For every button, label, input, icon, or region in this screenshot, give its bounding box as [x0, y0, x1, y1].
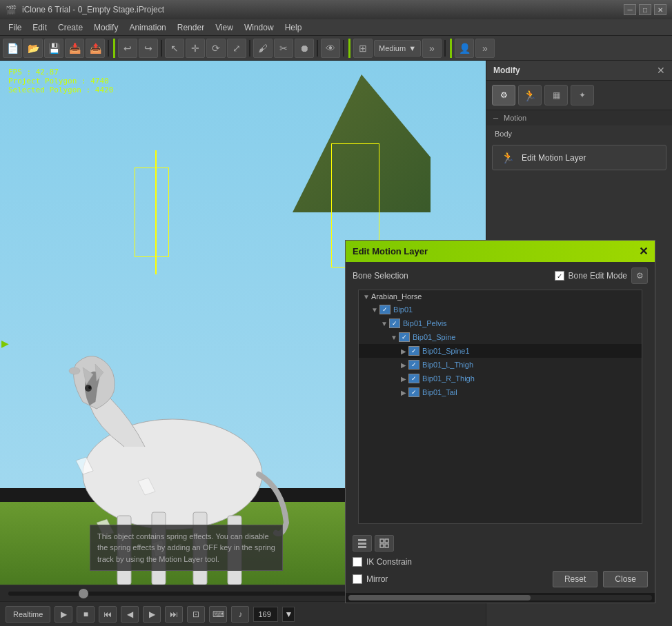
record-transport-button[interactable]: ⊡ — [187, 606, 205, 623]
close-btn[interactable]: ✕ — [654, 4, 666, 15]
bip01-tail-label[interactable]: Bip01_Tail — [422, 388, 457, 396]
tree-item-bip01-spine[interactable]: ▼ Bip01_Spine — [359, 330, 642, 344]
stop-button[interactable]: ■ — [77, 606, 95, 623]
menu-file[interactable]: File — [3, 19, 27, 36]
timeline-thumb[interactable] — [79, 589, 88, 598]
scrollbar-thumb[interactable] — [348, 595, 531, 600]
menu-modify[interactable]: Modify — [88, 19, 123, 36]
modify-close-btn[interactable]: ✕ — [657, 65, 665, 76]
eye-button[interactable]: 👁 — [321, 39, 340, 58]
more-button1[interactable]: » — [422, 39, 442, 58]
bip01-spine1-label[interactable]: Bip01_Spine1 — [422, 347, 470, 355]
svg-point-0 — [83, 419, 262, 529]
l-thigh-checkbox[interactable] — [408, 360, 419, 370]
redo-button[interactable]: ↪ — [139, 39, 158, 58]
keyframe-button[interactable]: ⌨ — [209, 606, 227, 623]
expand-arabian-horse-icon[interactable]: ▼ — [362, 293, 371, 301]
tree-item-bip01-pelvis[interactable]: ▼ Bip01_Pelvis — [359, 316, 642, 330]
dialog-scrollbar[interactable] — [346, 593, 655, 603]
menu-window[interactable]: Window — [239, 19, 279, 36]
menu-render[interactable]: Render — [172, 19, 210, 36]
bip01-pelvis-label[interactable]: Bip01_Pelvis — [403, 319, 447, 327]
frame-dropdown[interactable]: ▼ — [282, 607, 295, 622]
spine1-checkbox[interactable] — [408, 346, 419, 356]
layout-button[interactable]: ⊞ — [353, 39, 373, 58]
import-button[interactable]: 📥 — [65, 39, 84, 58]
expand-r-thigh-icon[interactable]: ▶ — [399, 375, 408, 383]
menu-animation[interactable]: Animation — [123, 19, 171, 36]
pelvis-checkbox[interactable] — [389, 319, 400, 328]
next-key-button[interactable]: ⏭ — [165, 606, 183, 623]
svg-rect-18 — [358, 546, 366, 548]
bip01-checkbox[interactable] — [379, 305, 391, 314]
new-button[interactable]: 📄 — [3, 39, 22, 58]
mirror-checkbox[interactable] — [353, 574, 362, 584]
prev-frame-button[interactable]: ◀ — [121, 606, 139, 623]
modify-tab-animation[interactable]: 🏃 — [518, 85, 542, 105]
export-button[interactable]: 📤 — [86, 39, 105, 58]
toolbar-sep3 — [249, 40, 250, 57]
bone-settings-btn[interactable]: ⚙ — [631, 267, 648, 284]
dialog-close-btn[interactable]: ✕ — [639, 245, 648, 258]
bip01-r-thigh-label[interactable]: Bip01_R_Thigh — [422, 374, 475, 383]
collapse-all-btn[interactable] — [353, 535, 372, 552]
collapse-icon[interactable]: ─ — [493, 114, 498, 122]
modify-tab-material[interactable]: ▦ — [544, 85, 568, 105]
select-button[interactable]: ↖ — [165, 39, 184, 58]
bip01-spine-label[interactable]: Bip01_Spine — [413, 333, 455, 341]
reset-button[interactable]: Reset — [553, 571, 597, 587]
menu-create[interactable]: Create — [52, 19, 88, 36]
svg-rect-17 — [358, 543, 366, 545]
expand-spine1-icon[interactable]: ▶ — [399, 347, 408, 355]
tree-item-bip01-spine1[interactable]: ▶ Bip01_Spine1 — [359, 344, 642, 358]
menu-view[interactable]: View — [210, 19, 239, 36]
tree-item-bip01-r-thigh[interactable]: ▶ Bip01_R_Thigh — [359, 372, 642, 385]
modify-tab-settings[interactable]: ⚙ — [492, 85, 515, 105]
quality-dropdown[interactable]: Medium ▼ — [374, 40, 421, 57]
prev-key-button[interactable]: ⏮ — [99, 606, 117, 623]
close-dialog-button[interactable]: Close — [603, 571, 648, 587]
cut-button[interactable]: ✂ — [274, 39, 293, 58]
bip01-label[interactable]: Bip01 — [393, 305, 413, 314]
paint-button[interactable]: 🖌 — [253, 39, 273, 58]
rotate-button[interactable]: ⟳ — [206, 39, 226, 58]
expand-tail-icon[interactable]: ▶ — [399, 389, 408, 396]
open-button[interactable]: 📂 — [23, 39, 43, 58]
note-button[interactable]: ♪ — [231, 606, 249, 623]
undo-button[interactable]: ↩ — [118, 39, 137, 58]
expand-bip01-icon[interactable]: ▼ — [370, 306, 379, 314]
modify-tab-effects[interactable]: ✦ — [571, 85, 594, 105]
bone-tree[interactable]: ▼ Arabian_Horse ▼ Bip01 ▼ Bip01_Pelvis ▼ — [358, 290, 642, 524]
more-button2[interactable]: » — [475, 39, 495, 58]
save-button[interactable]: 💾 — [44, 39, 63, 58]
bip01-l-thigh-label[interactable]: Bip01_L_Thigh — [422, 361, 473, 369]
tree-item-arabian-horse[interactable]: ▼ Arabian_Horse — [359, 290, 642, 303]
expand-all-btn[interactable] — [375, 535, 394, 552]
spine-checkbox[interactable] — [399, 332, 410, 342]
minimize-btn[interactable]: ─ — [624, 4, 636, 15]
scale-button[interactable]: ⤢ — [227, 39, 246, 58]
bone-edit-mode-checkbox[interactable] — [555, 271, 564, 281]
record-button[interactable]: ⏺ — [295, 39, 314, 58]
avatar-button[interactable]: 👤 — [455, 39, 474, 58]
expand-pelvis-icon[interactable]: ▼ — [379, 320, 389, 327]
tree-item-bip01-l-thigh[interactable]: ▶ Bip01_L_Thigh — [359, 358, 642, 372]
edit-motion-layer-button[interactable]: 🏃 Edit Motion Layer — [492, 145, 666, 170]
frame-display: 169 — [253, 607, 278, 622]
menu-help[interactable]: Help — [279, 19, 308, 36]
play-button[interactable]: ▶ — [55, 606, 72, 623]
expand-l-thigh-icon[interactable]: ▶ — [399, 361, 408, 369]
move-button[interactable]: ✛ — [186, 39, 205, 58]
realtime-button[interactable]: Realtime — [6, 606, 50, 623]
tree-item-bip01[interactable]: ▼ Bip01 — [359, 303, 642, 316]
next-frame-button[interactable]: ▶ — [143, 606, 161, 623]
tail-checkbox[interactable] — [408, 387, 419, 397]
menu-edit[interactable]: Edit — [27, 19, 52, 36]
maximize-btn[interactable]: □ — [639, 4, 651, 15]
expand-spine-icon[interactable]: ▼ — [389, 334, 399, 341]
r-thigh-checkbox[interactable] — [408, 374, 419, 383]
arabian-horse-label[interactable]: Arabian_Horse — [371, 292, 422, 301]
tree-item-bip01-tail[interactable]: ▶ Bip01_Tail — [359, 385, 642, 399]
ik-constrain-checkbox[interactable] — [353, 557, 362, 567]
ik-constrain-label: IK Constrain — [366, 557, 412, 567]
